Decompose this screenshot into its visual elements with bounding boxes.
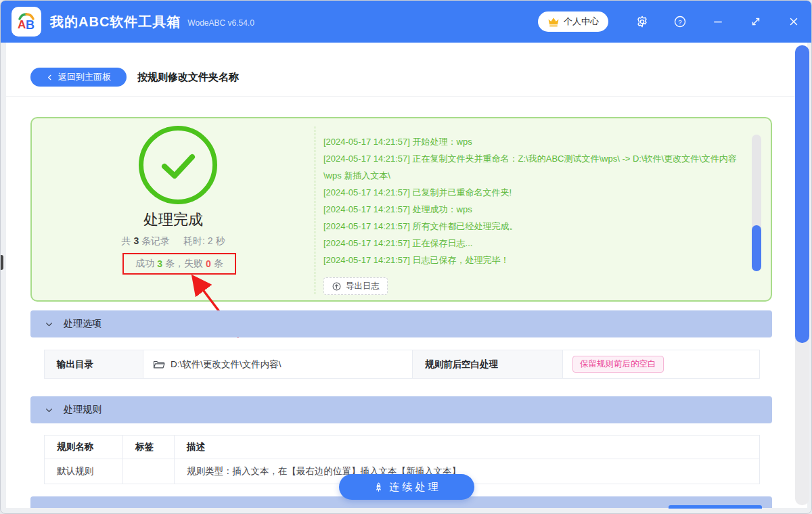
app-title: 我的ABC软件工具箱 <box>50 13 181 31</box>
fail-suffix: 条 <box>214 258 223 270</box>
svg-text:A: A <box>18 18 26 31</box>
log-scrollbar-track[interactable] <box>752 135 761 271</box>
log-line: [2024-05-17 14:21:57] 正在保存日志... <box>323 235 750 252</box>
result-panel: 处理完成 共 3 条记录 耗时: 2 秒 成功 3 条，失败 0 条 [2024… <box>30 117 772 302</box>
success-circle <box>139 126 217 204</box>
minimize-icon <box>712 16 724 28</box>
window-scrollbar-track[interactable] <box>795 45 809 505</box>
log-line: [2024-05-17 14:21:57] 处理成功：wps <box>323 201 750 218</box>
total-prefix: 共 <box>122 235 131 246</box>
col-description: 描述 <box>175 436 759 459</box>
log-line: [2024-05-17 14:21:57] 正在复制文件夹并重命名：Z:\我的A… <box>323 150 750 184</box>
section-rules-title: 处理规则 <box>64 404 102 416</box>
rule-tag-cell <box>123 459 175 484</box>
col-rule-name: 规则名称 <box>45 436 123 459</box>
log-line: [2024-05-17 14:21:57] 已复制并已重命名文件夹! <box>323 184 750 201</box>
chevron-down-icon <box>45 320 53 329</box>
partial-button-bottom-right[interactable] <box>669 505 762 509</box>
close-icon <box>788 16 800 28</box>
rocket-icon <box>373 482 384 493</box>
output-dir-cell: D:\软件\更改文件\文件内容\ <box>143 350 413 378</box>
crown-icon <box>547 17 560 27</box>
log-line: [2024-05-17 14:21:57] 所有文件都已经处理完成。 <box>323 218 750 235</box>
success-label: 成功 <box>135 258 154 270</box>
log-line: [2024-05-17 14:21:57] 日志已保存，处理完毕！ <box>323 252 750 268</box>
options-table: 输出目录 D:\软件\更改文件\文件内容\ 规则前后空白处理 保留规则前后的空白 <box>44 350 760 379</box>
result-status-text: 处理完成 <box>32 210 315 230</box>
back-button-label: 返回到主面板 <box>58 71 111 83</box>
titlebar: A B 我的ABC软件工具箱 WodeABC v6.54.0 个人中心 <box>1 1 812 43</box>
back-to-dashboard-button[interactable]: 返回到主面板 <box>30 68 127 87</box>
account-center-button[interactable]: 个人中心 <box>538 11 608 32</box>
account-center-label: 个人中心 <box>564 16 599 28</box>
main-content: 返回到主面板 按规则修改文件夹名称 处理完成 共 3 条记录 耗时: 2 秒 成… <box>6 43 807 508</box>
elapsed-unit: 秒 <box>215 235 225 246</box>
checkmark-icon <box>145 132 211 198</box>
whitespace-badge: 保留规则前后的空白 <box>572 356 664 373</box>
settings-button[interactable] <box>623 1 661 43</box>
log-divider <box>315 126 315 294</box>
section-header-rules[interactable]: 处理规则 <box>30 396 772 423</box>
whitespace-cell: 保留规则前后的空白 <box>563 350 759 378</box>
output-dir-label: 输出目录 <box>45 350 143 378</box>
whitespace-label: 规则前后空白处理 <box>413 350 563 378</box>
export-log-button[interactable]: 导出日志 <box>323 277 388 295</box>
close-button[interactable] <box>775 1 812 43</box>
success-fail-annotation-box: 成功 3 条，失败 0 条 <box>122 253 236 275</box>
elapsed-label: 耗时: <box>183 235 205 246</box>
app-window: A B 我的ABC软件工具箱 WodeABC v6.54.0 个人中心 <box>0 0 812 514</box>
left-edge-tab[interactable] <box>1 255 3 270</box>
maximize-icon <box>750 16 762 28</box>
result-stats: 共 3 条记录 耗时: 2 秒 <box>32 235 315 248</box>
elapsed-value: 2 <box>208 235 213 246</box>
continue-processing-button[interactable]: 连续处理 <box>339 474 474 500</box>
page-subheader: 返回到主面板 按规则修改文件夹名称 <box>6 43 807 97</box>
rule-name-cell: 默认规则 <box>45 459 123 484</box>
svg-text:?: ? <box>678 18 681 26</box>
log-scrollbar-thumb[interactable] <box>752 225 761 271</box>
export-log-label: 导出日志 <box>346 281 380 292</box>
total-count: 3 <box>133 235 139 246</box>
total-suffix: 条记录 <box>141 235 170 246</box>
chevron-down-icon <box>45 406 53 415</box>
chevron-left-icon <box>46 74 53 81</box>
app-version: WodeABC v6.54.0 <box>187 18 254 28</box>
section-options-title: 处理选项 <box>64 318 102 330</box>
section-header-options[interactable]: 处理选项 <box>30 310 772 337</box>
ab-logo-icon: A B <box>14 9 39 34</box>
window-scrollbar-thumb[interactable] <box>795 45 809 343</box>
svg-text:B: B <box>26 18 35 32</box>
export-icon <box>332 281 342 291</box>
output-dir-value: D:\软件\更改文件\文件内容\ <box>171 358 281 371</box>
fail-count: 0 <box>206 258 211 269</box>
minimize-button[interactable] <box>699 1 737 43</box>
success-count: 3 <box>157 258 162 269</box>
continue-button-label: 连续处理 <box>390 481 441 494</box>
help-button[interactable]: ? <box>661 1 699 43</box>
rules-table-header: 规则名称 标签 描述 <box>45 436 759 459</box>
titlebar-actions: 个人中心 ? <box>538 1 812 43</box>
app-logo: A B <box>12 7 41 37</box>
maximize-button[interactable] <box>737 1 775 43</box>
log-line: [2024-05-17 14:21:57] 开始处理：wps <box>323 133 750 150</box>
help-icon: ? <box>673 15 687 28</box>
col-tag: 标签 <box>123 436 175 459</box>
gear-icon <box>635 15 649 28</box>
folder-icon <box>153 359 165 370</box>
page-title: 按规则修改文件夹名称 <box>137 68 239 87</box>
between-label: 条，失败 <box>165 258 203 270</box>
log-output: [2024-05-17 14:21:57] 开始处理：wps [2024-05-… <box>323 133 750 297</box>
